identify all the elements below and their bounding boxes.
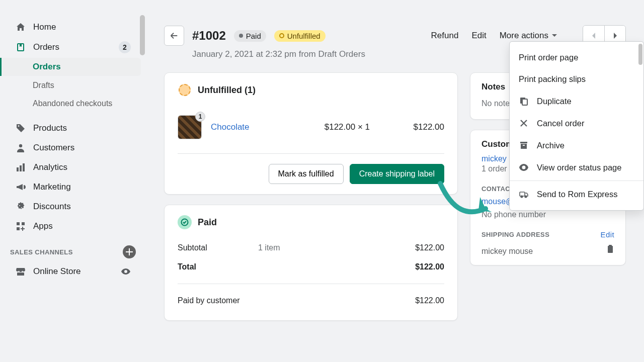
- shipping-name: mickey mouse: [481, 247, 601, 256]
- dropdown-scrollbar[interactable]: [638, 44, 642, 65]
- sidebar-item-customers[interactable]: Customers: [5, 138, 141, 157]
- svg-rect-15: [520, 142, 527, 143]
- line-total: $122.00: [379, 122, 444, 132]
- svg-point-20: [525, 196, 527, 198]
- subtotal-row: Subtotal 1 item $122.00: [178, 238, 444, 257]
- shipping-address-label: SHIPPING ADDRESS Edit: [481, 230, 614, 239]
- edit-shipping-button[interactable]: Edit: [601, 230, 614, 239]
- add-channel-button[interactable]: [123, 245, 136, 258]
- nav-label: Discounts: [33, 202, 71, 212]
- svg-point-19: [521, 196, 523, 198]
- bars-icon: [15, 162, 26, 173]
- sidebar-item-discounts[interactable]: Discounts: [5, 197, 141, 216]
- nav-label: Orders: [33, 42, 59, 52]
- qty-badge: 1: [195, 112, 205, 122]
- sidebar-item-analytics[interactable]: Analytics: [5, 158, 141, 177]
- svg-rect-6: [22, 222, 25, 225]
- nav-label: Products: [33, 123, 67, 133]
- svg-rect-16: [521, 144, 527, 149]
- menu-print-packing[interactable]: Print packing slips: [510, 68, 643, 90]
- back-button[interactable]: [164, 26, 184, 46]
- orders-count-badge: 2: [119, 41, 131, 53]
- create-shipping-label-button[interactable]: Create shipping label: [350, 164, 444, 184]
- total-row: Total $122.00: [178, 257, 444, 277]
- sidebar-item-online-store[interactable]: Online Store: [5, 262, 141, 281]
- sales-channels-label: SALES CHANNELS: [0, 236, 146, 261]
- store-icon: [15, 266, 26, 277]
- person-icon: [15, 142, 26, 153]
- svg-rect-3: [20, 165, 22, 171]
- menu-archive[interactable]: Archive: [510, 134, 643, 156]
- line-item: 1 Chocolate $122.00 × 1 $122.00: [178, 106, 444, 148]
- product-link[interactable]: Chocolate: [211, 122, 295, 132]
- svg-rect-14: [522, 99, 527, 105]
- sidebar-subitem-abandoned[interactable]: Abandoned checkouts: [0, 95, 146, 113]
- view-store-icon[interactable]: [121, 266, 131, 277]
- sidebar-item-marketing[interactable]: Marketing: [5, 177, 141, 197]
- sidebar-subitem-orders[interactable]: Orders: [0, 58, 141, 76]
- menu-view-status[interactable]: View order status page: [510, 156, 643, 178]
- svg-rect-17: [523, 145, 525, 146]
- order-title: #1002: [192, 29, 226, 43]
- edit-button[interactable]: Edit: [471, 31, 486, 41]
- customer-phone: No phone number: [481, 210, 614, 219]
- nav-label: Analytics: [33, 162, 67, 172]
- discount-icon: [15, 201, 26, 212]
- sidebar-scrollbar[interactable]: [139, 15, 146, 362]
- chevron-down-icon: [551, 33, 557, 39]
- sidebar-item-home[interactable]: Home: [5, 18, 141, 37]
- orders-icon: [15, 42, 26, 53]
- sidebar-item-orders[interactable]: Orders 2: [5, 37, 141, 57]
- nav-label: Customers: [33, 143, 74, 153]
- nav-label: Online Store: [33, 266, 81, 277]
- refund-button[interactable]: Refund: [431, 31, 459, 41]
- paid-card: Paid Subtotal 1 item $122.00 Total $122.…: [164, 205, 458, 321]
- svg-rect-12: [609, 245, 612, 246]
- menu-send-rom-express[interactable]: Send to Rom Express: [510, 183, 643, 205]
- nav-label: Orders: [33, 62, 61, 72]
- menu-cancel-order[interactable]: Cancel order: [510, 112, 643, 134]
- unfulfilled-card: Unfulfilled (1) 1 Chocolate $122.00 × 1 …: [164, 72, 458, 195]
- nav-label: Apps: [33, 221, 53, 231]
- sidebar-item-products[interactable]: Products: [5, 119, 141, 138]
- payment-status-badge: Paid: [234, 30, 266, 42]
- product-thumbnail[interactable]: 1: [178, 115, 202, 139]
- svg-rect-5: [17, 222, 20, 225]
- svg-rect-11: [608, 246, 613, 253]
- duplicate-icon: [519, 96, 529, 106]
- svg-point-1: [19, 144, 22, 147]
- app-icon: [519, 189, 529, 199]
- mark-fulfilled-button[interactable]: Mark as fulfilled: [269, 164, 344, 184]
- card-title: Unfulfilled (1): [178, 83, 444, 97]
- clipboard-icon[interactable]: [606, 245, 614, 254]
- home-icon: [15, 22, 26, 33]
- menu-print-order[interactable]: Print order page: [510, 47, 643, 68]
- archive-icon: [519, 140, 529, 150]
- cancel-icon: [519, 118, 529, 128]
- more-actions-button[interactable]: More actions: [500, 31, 557, 41]
- nav-label: Marketing: [33, 182, 71, 192]
- unit-price: $122.00 × 1: [304, 122, 370, 132]
- card-title: Paid: [178, 215, 444, 229]
- svg-rect-2: [17, 167, 19, 171]
- sidebar-subitem-drafts[interactable]: Drafts: [0, 76, 146, 95]
- unfulfilled-icon: [178, 83, 192, 97]
- tag-icon: [15, 123, 26, 134]
- paid-by-row: Paid by customer $122.00: [178, 291, 444, 310]
- more-actions-menu: Print order page Print packing slips Dup…: [509, 41, 644, 211]
- svg-rect-4: [23, 163, 25, 171]
- nav-label: Home: [33, 22, 56, 32]
- fulfillment-status-badge: Unfulfilled: [274, 30, 326, 42]
- main: #1002 Paid Unfulfilled Refund Edit More …: [146, 15, 644, 362]
- dot-icon: [239, 34, 243, 38]
- sidebar: Home Orders 2 Orders Drafts Abandoned ch…: [0, 15, 146, 362]
- sidebar-item-apps[interactable]: Apps: [5, 217, 141, 236]
- menu-duplicate[interactable]: Duplicate: [510, 90, 643, 112]
- apps-icon: [15, 221, 26, 232]
- megaphone-icon: [15, 182, 26, 193]
- svg-rect-7: [17, 227, 20, 230]
- paid-icon: [178, 215, 192, 229]
- view-icon: [519, 162, 529, 172]
- ring-icon: [279, 33, 284, 38]
